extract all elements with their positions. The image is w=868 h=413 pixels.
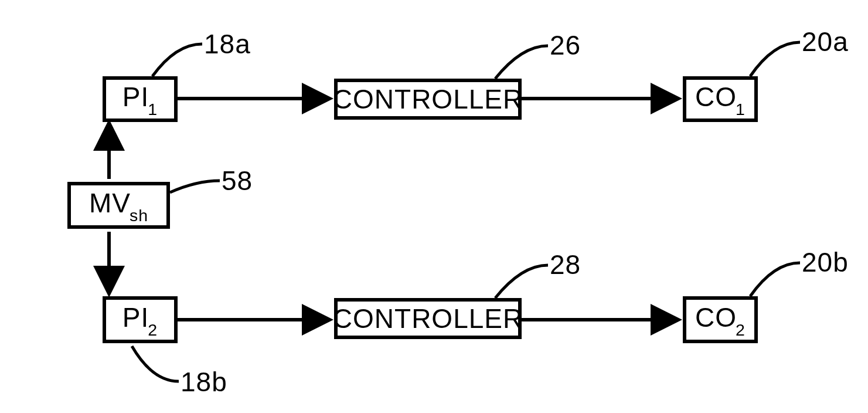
block-pi2: PI2	[103, 296, 178, 343]
block-pi2-label: PI2	[122, 304, 158, 336]
ref-18b: 18b	[181, 368, 227, 395]
block-co2-label: CO2	[695, 304, 746, 336]
leader-20a	[750, 42, 800, 76]
leader-20b	[750, 263, 800, 296]
ref-18a: 18a	[204, 31, 251, 57]
ref-20b: 20b	[802, 249, 849, 276]
leader-58	[170, 181, 220, 192]
block-co1: CO1	[683, 76, 758, 122]
block-controller1-label: CONTROLLER	[333, 86, 523, 113]
leader-28	[495, 265, 548, 298]
ref-58: 58	[222, 167, 253, 194]
diagram-canvas: PI1 PI2 MVsh CONTROLLER CONTROLLER CO1 C…	[0, 0, 868, 413]
block-pi1-label: PI1	[122, 83, 158, 115]
leader-26	[495, 46, 548, 79]
block-mvsh: MVsh	[67, 182, 170, 229]
block-controller1: CONTROLLER	[334, 79, 522, 120]
ref-20a: 20a	[802, 28, 849, 55]
block-pi1: PI1	[103, 76, 178, 122]
block-controller2: CONTROLLER	[334, 298, 522, 339]
block-mvsh-label: MVsh	[89, 189, 148, 221]
ref-28: 28	[550, 251, 581, 278]
leader-18a	[152, 44, 202, 76]
ref-26: 26	[550, 32, 581, 59]
leader-18b	[132, 346, 179, 381]
block-co2: CO2	[683, 296, 758, 343]
block-controller2-label: CONTROLLER	[333, 305, 523, 332]
block-co1-label: CO1	[695, 83, 746, 115]
